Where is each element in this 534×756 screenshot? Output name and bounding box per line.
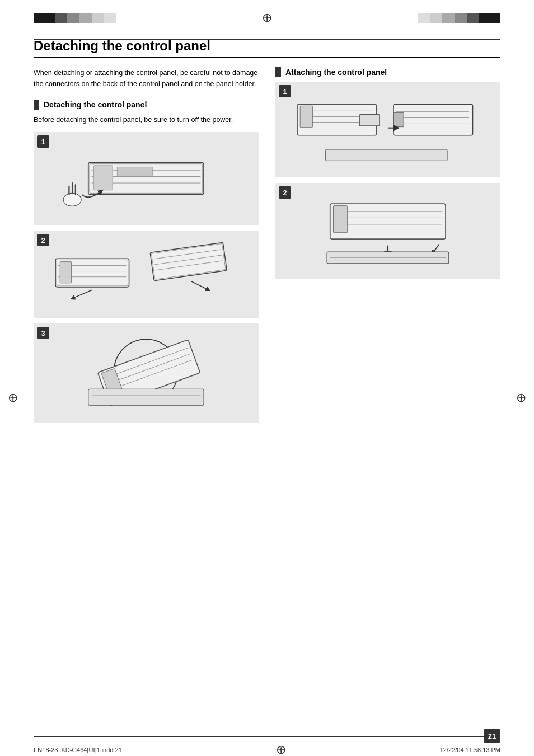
- detach-step-3-svg: [50, 335, 242, 412]
- svg-rect-40: [326, 149, 447, 161]
- svg-rect-5: [93, 166, 113, 190]
- footer-file: EN18-23_KD-G464[UI]1.indd 21: [34, 746, 122, 753]
- attach-step-2-illus: [281, 189, 495, 274]
- left-column: When detaching or attaching the control …: [34, 67, 259, 429]
- svg-rect-34: [359, 114, 379, 125]
- top-line-right: [503, 18, 534, 18]
- bar-seg-r1: [418, 13, 430, 23]
- page-container: ⊕ Detaching the control panel When detac…: [0, 10, 534, 756]
- top-decorative-bar: ⊕: [0, 10, 534, 26]
- main-content: Detaching the control panel When detachi…: [0, 32, 534, 429]
- attach-heading-bar: [275, 67, 281, 77]
- svg-rect-6: [117, 167, 152, 176]
- bar-seg-r3: [442, 13, 455, 23]
- center-crosshair-top: ⊕: [262, 11, 272, 25]
- bar-seg-4: [79, 13, 92, 23]
- detach-step-3-box: 3: [34, 323, 259, 423]
- bar-seg-1: [34, 13, 55, 23]
- footer-right-group: 12/22/04 11:58:13 PM: [440, 746, 500, 753]
- attach-step-1-number: 1: [279, 85, 291, 97]
- bar-seg-5: [92, 13, 104, 23]
- svg-point-7: [63, 193, 81, 206]
- page-number: 21: [484, 729, 500, 743]
- svg-rect-45: [334, 206, 348, 233]
- footer-crosshair: ⊕: [276, 743, 286, 756]
- detach-step-2-box: 2: [34, 231, 259, 318]
- bar-group-right: [418, 13, 500, 23]
- detach-step-3-illus: [39, 329, 253, 417]
- detach-step-2-illus: [39, 236, 253, 312]
- footer-rule: [34, 736, 500, 737]
- detach-sub-text: Before detaching the control panel, be s…: [34, 114, 259, 125]
- attach-step-2-svg: [292, 194, 484, 268]
- top-rule: [34, 39, 500, 40]
- attach-step-1-illus: [281, 87, 495, 172]
- bar-seg-r4: [455, 13, 467, 23]
- attach-step-2-box: 2: [275, 183, 500, 279]
- detach-step-3-number: 3: [37, 327, 49, 339]
- attach-step-1-box: 1: [275, 82, 500, 177]
- right-crosshair: ⊕: [516, 391, 526, 405]
- bar-group-left: [34, 13, 116, 23]
- attach-step-1-svg: [292, 93, 484, 166]
- footer: EN18-23_KD-G464[UI]1.indd 21 ⊕ 12/22/04 …: [0, 743, 534, 756]
- attach-step-2-number: 2: [279, 186, 291, 199]
- bar-seg-6: [104, 13, 116, 23]
- top-line-left: [0, 18, 31, 18]
- left-crosshair: ⊕: [8, 391, 18, 405]
- bar-seg-r5: [467, 13, 479, 23]
- page-title: Detaching the control panel: [34, 38, 500, 58]
- detach-step-2-number: 2: [37, 234, 49, 246]
- svg-rect-33: [300, 106, 312, 127]
- detach-heading-text: Detaching the control panel: [44, 100, 147, 109]
- detach-step-1-svg: [50, 143, 242, 214]
- detach-step-1-box: 1: [34, 132, 259, 225]
- detach-step-1-number: 1: [37, 135, 49, 148]
- svg-rect-18: [152, 244, 226, 280]
- svg-rect-16: [60, 261, 71, 283]
- right-column: Attaching the control panel 1: [275, 67, 500, 429]
- footer-timestamp: 12/22/04 11:58:13 PM: [440, 746, 500, 753]
- two-column-layout: When detaching or attaching the control …: [34, 67, 500, 429]
- bar-seg-r2: [430, 13, 442, 23]
- bar-seg-3: [67, 13, 79, 23]
- detach-heading-bar: [34, 100, 39, 110]
- svg-rect-27: [88, 389, 204, 406]
- attach-heading-text: Attaching the control panel: [285, 68, 387, 77]
- svg-rect-35: [394, 104, 473, 135]
- bar-seg-r6: [479, 13, 500, 23]
- detach-heading-container: Detaching the control panel: [34, 100, 259, 110]
- detach-step-1-illus: [39, 138, 253, 219]
- intro-text: When detaching or attaching the control …: [34, 67, 259, 90]
- detach-step-2-svg: [50, 242, 242, 307]
- svg-rect-39: [394, 112, 404, 126]
- attach-heading-container: Attaching the control panel: [275, 67, 500, 77]
- bar-seg-2: [55, 13, 67, 23]
